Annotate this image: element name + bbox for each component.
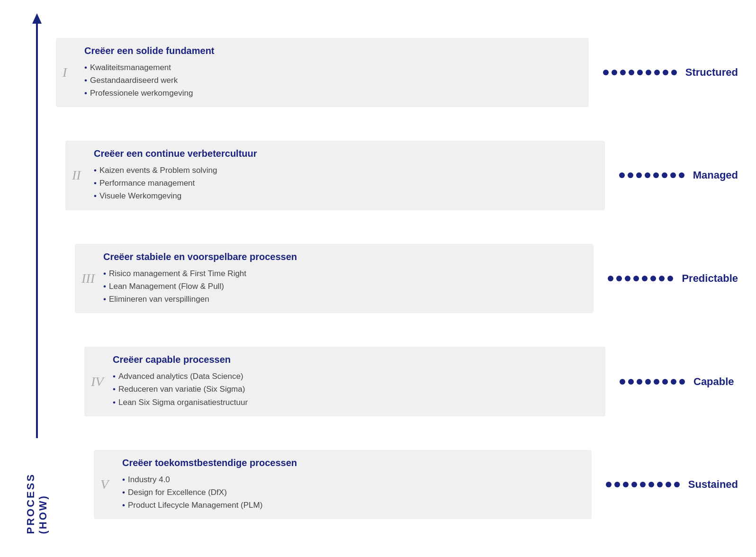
dot	[674, 482, 680, 487]
dot	[662, 172, 667, 178]
level-status-3: Predictable	[594, 272, 738, 285]
dot	[671, 70, 677, 75]
main-content: ICreëer een solide fundamentKwaliteitsma…	[56, 13, 738, 544]
list-item: Elimineren van verspillingen	[103, 293, 584, 305]
dot	[679, 172, 684, 178]
dot	[667, 276, 673, 281]
level-status-4: Capable	[605, 376, 738, 388]
level-status-2: Managed	[605, 169, 738, 181]
level-card-1: ICreëer een solide fundamentKwaliteitsma…	[56, 38, 589, 108]
dot	[679, 379, 685, 385]
dot	[666, 482, 671, 487]
level-items-4: Advanced analytics (Data Science)Reducer…	[113, 370, 596, 409]
dot	[640, 482, 646, 487]
dot	[653, 172, 659, 178]
status-label-2: Managed	[693, 169, 738, 181]
dot	[628, 172, 633, 178]
dot	[646, 70, 651, 75]
level-card-3: IIICreëer stabiele en voorspelbare proce…	[75, 244, 594, 314]
status-label-1: Structured	[685, 66, 738, 79]
level-status-5: Sustained	[592, 478, 738, 491]
status-label-3: Predictable	[682, 272, 738, 285]
list-item: Risico management & First Time Right	[103, 267, 584, 280]
level-row-3: IIICreëer stabiele en voorspelbare proce…	[56, 229, 738, 328]
level-items-3: Risico management & First Time RightLean…	[103, 267, 584, 306]
level-card-4: IVCreëer capable processenAdvanced analy…	[84, 347, 605, 416]
axis-arrow	[32, 13, 42, 24]
dot	[620, 70, 626, 75]
dot	[663, 70, 668, 75]
dot	[637, 70, 643, 75]
dot	[606, 482, 612, 487]
level-items-1: KwaliteitsmanagementGestandaardiseerd we…	[84, 61, 579, 100]
list-item: Reduceren van variatie (Six Sigma)	[113, 383, 596, 395]
dots-4	[620, 379, 685, 385]
dot	[654, 379, 659, 385]
axis-line	[36, 24, 38, 438]
dot	[645, 172, 650, 178]
level-row-5: VCreëer toekomstbestendige processenIndu…	[56, 435, 738, 534]
list-item: Product Lifecycle Management (PLM)	[122, 499, 582, 512]
list-item: Performance management	[94, 177, 595, 189]
list-item: Professionele werkomgeving	[84, 87, 579, 99]
level-numeral-2: II	[72, 169, 81, 182]
level-title-4: Creëer capable processen	[113, 354, 596, 365]
level-title-5: Creëer toekomstbestendige processen	[122, 458, 582, 468]
list-item: Industry 4.0	[122, 473, 582, 486]
axis-label: PROCESS (HOW)	[25, 438, 49, 534]
dot	[642, 276, 648, 281]
dot	[629, 70, 634, 75]
dot	[620, 379, 625, 385]
level-numeral-3: III	[81, 272, 95, 285]
dot	[654, 70, 660, 75]
level-row-1: ICreëer een solide fundamentKwaliteitsma…	[56, 23, 738, 122]
dot	[603, 70, 609, 75]
dots-5	[606, 482, 680, 487]
dot	[612, 70, 617, 75]
level-status-1: Structured	[589, 66, 738, 79]
level-numeral-4: IV	[91, 375, 103, 388]
dot	[608, 276, 613, 281]
level-title-2: Creëer een continue verbetercultuur	[94, 148, 595, 159]
level-items-2: Kaizen events & Problem solvingPerforman…	[94, 164, 595, 203]
list-item: Visuele Werkomgeving	[94, 189, 595, 202]
dot	[631, 482, 637, 487]
level-title-1: Creëer een solide fundament	[84, 45, 579, 56]
dot	[648, 482, 654, 487]
list-item: Design for Excellence (DfX)	[122, 486, 582, 499]
level-row-4: IVCreëer capable processenAdvanced analy…	[56, 332, 738, 431]
dot	[659, 276, 665, 281]
dot	[619, 172, 625, 178]
list-item: Kwaliteitsmanagement	[84, 61, 579, 74]
dots-3	[608, 276, 673, 281]
level-numeral-1: I	[63, 66, 67, 79]
dot	[645, 379, 651, 385]
status-label-5: Sustained	[688, 478, 738, 491]
dot	[623, 482, 629, 487]
status-label-4: Capable	[693, 376, 734, 388]
dots-1	[603, 70, 677, 75]
list-item: Gestandaardiseerd werk	[84, 74, 579, 87]
level-items-5: Industry 4.0Design for Excellence (DfX)P…	[122, 473, 582, 512]
list-item: Lean Management (Flow & Pull)	[103, 280, 584, 293]
dot	[670, 172, 676, 178]
dot	[636, 172, 642, 178]
level-numeral-5: V	[100, 478, 108, 491]
dots-2	[619, 172, 684, 178]
axis-line-container	[36, 13, 38, 438]
axis-container: PROCESS (HOW)	[18, 13, 56, 544]
dot	[650, 276, 656, 281]
dot	[625, 276, 630, 281]
level-row-2: IICreëer een continue verbetercultuurKai…	[56, 126, 738, 225]
list-item: Lean Six Sigma organisatiestructuur	[113, 396, 596, 409]
dot	[637, 379, 642, 385]
level-card-5: VCreëer toekomstbestendige processenIndu…	[94, 450, 592, 520]
dot	[628, 379, 634, 385]
list-item: Advanced analytics (Data Science)	[113, 370, 596, 383]
page-container: PROCESS (HOW) ICreëer een solide fundame…	[18, 13, 738, 544]
list-item: Kaizen events & Problem solving	[94, 164, 595, 177]
dot	[662, 379, 668, 385]
dot	[616, 276, 622, 281]
dot	[657, 482, 663, 487]
dot	[633, 276, 639, 281]
